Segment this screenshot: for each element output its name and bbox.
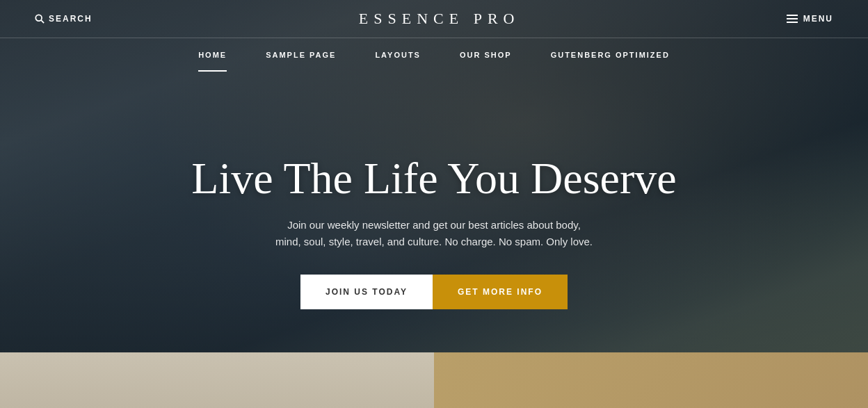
hero-title: Live The Life You Deserve <box>191 154 676 203</box>
search-icon <box>35 14 45 24</box>
menu-label: MENU <box>803 14 833 24</box>
thumbnail-right <box>434 352 868 408</box>
site-title: ESSENCE PRO <box>359 10 520 28</box>
nav-item-our-shop[interactable]: OUR SHOP <box>440 38 531 72</box>
nav-item-gutenberg[interactable]: GUTENBERG OPTIMIZED <box>531 38 689 72</box>
search-button[interactable]: SEARCH <box>35 14 93 24</box>
hero-section: SEARCH ESSENCE PRO MENU HOME SAMPLE PAGE… <box>0 0 868 408</box>
nav-item-layouts[interactable]: LAYOUTS <box>355 38 440 72</box>
search-label: SEARCH <box>49 14 93 24</box>
site-header: SEARCH ESSENCE PRO MENU HOME SAMPLE PAGE… <box>0 0 868 72</box>
main-nav: HOME SAMPLE PAGE LAYOUTS OUR SHOP GUTENB… <box>0 38 868 72</box>
svg-point-0 <box>35 15 42 21</box>
nav-item-home[interactable]: HOME <box>179 38 246 72</box>
hamburger-icon <box>787 15 798 23</box>
hero-buttons: JOIN US TODAY GET MORE INFO <box>300 275 568 309</box>
join-us-button[interactable]: JOIN US TODAY <box>300 275 433 309</box>
bottom-thumbnails <box>0 352 868 408</box>
menu-button[interactable]: MENU <box>787 14 833 24</box>
nav-item-sample-page[interactable]: SAMPLE PAGE <box>246 38 355 72</box>
hero-subtitle: Join our weekly newsletter and get our b… <box>274 217 594 250</box>
header-top-bar: SEARCH ESSENCE PRO MENU <box>0 0 868 38</box>
get-more-info-button[interactable]: GET MORE INFO <box>433 275 568 309</box>
thumbnail-left <box>0 352 434 408</box>
svg-line-1 <box>41 20 44 23</box>
